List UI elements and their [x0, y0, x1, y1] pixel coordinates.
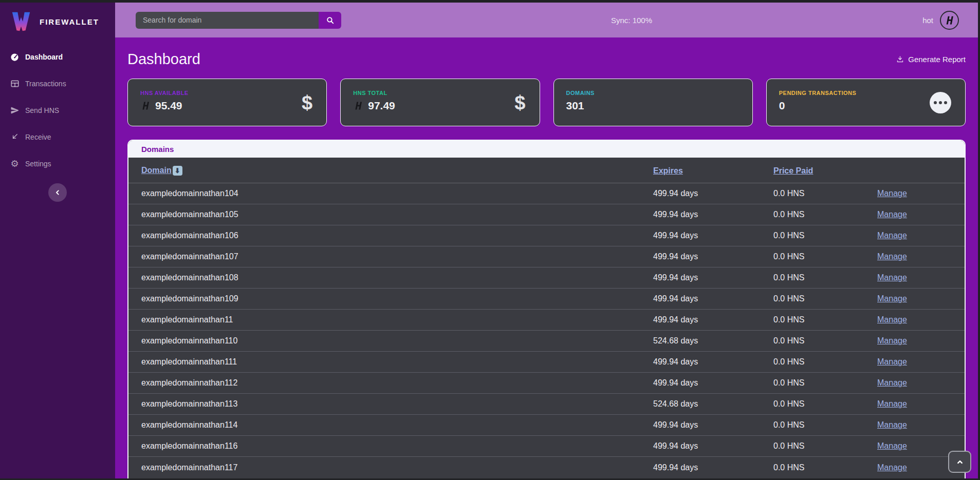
hns-logo-icon [353, 101, 363, 111]
expires-cell: 499.94 days [653, 436, 773, 457]
hns-logo-icon [140, 101, 151, 111]
search-button[interactable] [319, 12, 341, 29]
manage-link[interactable]: Manage [877, 420, 907, 429]
scroll-to-top-button[interactable] [948, 451, 971, 473]
stat-card-value: 0 [779, 100, 785, 112]
search-icon [326, 16, 335, 25]
domain-table-row: exampledomainnathan111 499.94 days 0.0 H… [128, 352, 965, 373]
price-paid-cell: 0.0 HNS [773, 183, 877, 204]
stat-card-value-row: 97.49 [353, 100, 527, 112]
manage-link[interactable]: Manage [877, 252, 907, 261]
stat-card-label: PENDING TRANSACTIONS [779, 90, 953, 96]
sidebar-item-settings[interactable]: ⚙ Settings [0, 150, 115, 177]
sidebar-item-receive[interactable]: Receive [0, 124, 115, 150]
sidebar-item-label: Settings [25, 160, 51, 168]
ellipsis-icon[interactable] [930, 92, 951, 113]
domain-name-cell: exampledomainnathan111 [128, 352, 653, 373]
manage-link[interactable]: Manage [877, 231, 907, 240]
generate-report-label: Generate Report [908, 55, 966, 64]
expires-cell: 499.94 days [653, 183, 773, 204]
stat-card-value-row: 95.49 [140, 100, 314, 112]
price-paid-cell: 0.0 HNS [773, 394, 877, 415]
expires-cell: 499.94 days [653, 310, 773, 331]
manage-link[interactable]: Manage [877, 399, 907, 408]
domain-table-row: exampledomainnathan110 524.68 days 0.0 H… [128, 331, 965, 352]
sidebar-item-dashboard[interactable]: Dashboard [0, 44, 115, 70]
domain-name-cell: exampledomainnathan11 [128, 310, 653, 331]
handshake-logo-icon[interactable] [940, 11, 959, 30]
dollar-icon: $ [514, 91, 525, 113]
manage-link[interactable]: Manage [877, 315, 907, 324]
stat-card-value-row: 0 [779, 100, 953, 112]
sidebar-item-label: Dashboard [25, 53, 63, 61]
table-icon [10, 79, 20, 89]
main-content: Dashboard Generate Report HNS AVAILABLE … [115, 37, 978, 480]
domain-table-row: exampledomainnathan109 499.94 days 0.0 H… [128, 289, 965, 310]
price-paid-cell: 0.0 HNS [773, 289, 877, 310]
column-header-actions [877, 158, 965, 183]
manage-link[interactable]: Manage [877, 294, 907, 303]
domain-table-row: exampledomainnathan104 499.94 days 0.0 H… [128, 183, 965, 204]
column-header-domain: Domain⬇ [128, 158, 653, 183]
tachometer-icon [10, 52, 20, 62]
manage-link[interactable]: Manage [877, 357, 907, 366]
manage-link[interactable]: Manage [877, 378, 907, 387]
sidebar-item-label: Receive [25, 133, 51, 141]
domain-table-row: exampledomainnathan108 499.94 days 0.0 H… [128, 267, 965, 289]
manage-link[interactable]: Manage [877, 463, 907, 472]
firewallet-logo-icon [9, 10, 33, 33]
sidebar-item-send-hns[interactable]: Send HNS [0, 97, 115, 124]
domain-name-cell: exampledomainnathan105 [128, 204, 653, 225]
expires-cell: 499.94 days [653, 289, 773, 310]
chevron-up-icon [955, 457, 965, 467]
price-paid-cell: 0.0 HNS [773, 457, 877, 478]
sort-price-link[interactable]: Price Paid [773, 166, 813, 175]
expires-cell: 499.94 days [653, 204, 773, 225]
domain-table-row: exampledomainnathan11 499.94 days 0.0 HN… [128, 310, 965, 331]
sidebar-item-label: Send HNS [25, 106, 59, 114]
search-input[interactable] [136, 12, 319, 29]
price-paid-cell: 0.0 HNS [773, 310, 877, 331]
stat-card-value-row: 301 [566, 100, 740, 112]
topbar: Sync: 100% hot [115, 3, 978, 37]
wallet-name: hot [922, 16, 933, 25]
manage-link[interactable]: Manage [877, 210, 907, 219]
price-paid-cell: 0.0 HNS [773, 246, 877, 267]
generate-report-button[interactable]: Generate Report [896, 55, 966, 64]
stat-card-value: 95.49 [155, 100, 182, 112]
domain-name-cell: exampledomainnathan104 [128, 183, 653, 204]
download-icon [896, 55, 904, 63]
sort-descending-icon[interactable]: ⬇ [173, 166, 182, 176]
domain-table-row: exampledomainnathan105 499.94 days 0.0 H… [128, 204, 965, 225]
price-paid-cell: 0.0 HNS [773, 225, 877, 246]
sidebar-item-transactions[interactable]: Transactions [0, 70, 115, 97]
domain-table-row: exampledomainnathan113 524.68 days 0.0 H… [128, 394, 965, 415]
wallet-selector[interactable]: hot [922, 11, 959, 30]
stat-card-pending-transactions: PENDING TRANSACTIONS 0 [766, 79, 966, 126]
expires-cell: 499.94 days [653, 246, 773, 267]
brand[interactable]: FIREWALLET [0, 3, 115, 33]
manage-link[interactable]: Manage [877, 336, 907, 345]
sync-status: Sync: 100% [611, 16, 652, 25]
sidebar: FIREWALLET Dashboard Transactions Send H… [0, 3, 115, 480]
sort-expires-link[interactable]: Expires [653, 166, 683, 175]
sidebar-collapse-button[interactable] [48, 183, 67, 202]
expires-cell: 524.68 days [653, 394, 773, 415]
manage-link[interactable]: Manage [877, 441, 907, 450]
paper-plane-icon [10, 106, 20, 116]
domain-name-cell: exampledomainnathan109 [128, 289, 653, 310]
price-paid-cell: 0.0 HNS [773, 373, 877, 394]
sidebar-item-label: Transactions [25, 80, 66, 88]
domain-name-cell: exampledomainnathan113 [128, 394, 653, 415]
sort-domain-link[interactable]: Domain [141, 166, 172, 175]
manage-link[interactable]: Manage [877, 189, 907, 198]
dollar-icon: $ [302, 91, 312, 113]
stat-card-label: HNS AVAILABLE [140, 90, 314, 96]
expires-cell: 524.68 days [653, 331, 773, 352]
manage-link[interactable]: Manage [877, 273, 907, 282]
price-paid-cell: 0.0 HNS [773, 204, 877, 225]
domain-table-row: exampledomainnathan114 499.94 days 0.0 H… [128, 415, 965, 436]
stat-cards: HNS AVAILABLE 95.49 $ HNS TOTAL 97.49 $ … [127, 79, 966, 126]
window-edge-right [978, 0, 980, 480]
firewallet-app: FIREWALLET Dashboard Transactions Send H… [0, 0, 980, 480]
